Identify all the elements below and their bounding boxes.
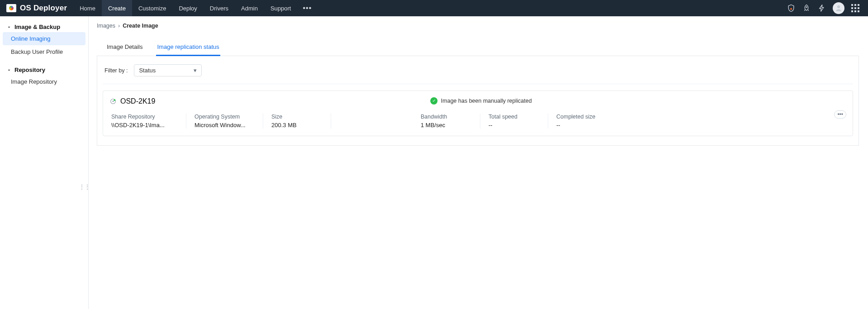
check-circle-icon: [430, 97, 437, 105]
nav-drivers[interactable]: Drivers: [204, 0, 235, 16]
breadcrumb-root[interactable]: Images: [97, 23, 115, 29]
field-label: Share Repository: [111, 114, 178, 120]
main: Images › Create Image Image Details Imag…: [89, 16, 868, 309]
shield-icon[interactable]: [787, 4, 796, 13]
card-actions: •••: [834, 111, 846, 118]
filter-select[interactable]: Status ▾: [134, 64, 202, 76]
sidebar-resize-handle[interactable]: ⋮⋮: [79, 184, 90, 190]
field-value: Microsoft Window...: [194, 122, 255, 128]
replication-name: OSD-2K19: [120, 97, 155, 105]
field-label: Operating System: [194, 114, 255, 120]
disc-icon: [109, 98, 117, 105]
brand-text: OS Deployer: [20, 4, 67, 13]
field-value: --: [489, 122, 540, 128]
avatar[interactable]: [833, 2, 844, 14]
topbar-actions: [782, 2, 864, 14]
filter-label: Filter by :: [104, 67, 128, 74]
brand[interactable]: OS Deployer: [0, 0, 73, 16]
svg-point-4: [113, 101, 114, 102]
nav-customize[interactable]: Customize: [132, 0, 172, 16]
svg-point-2: [837, 5, 840, 8]
tabs: Image Details Image replication status: [97, 39, 859, 56]
chevron-right-icon: ›: [118, 23, 120, 29]
topbar: OS Deployer Home Create Customize Deploy…: [0, 0, 868, 16]
sidebar-head-repository[interactable]: Repository: [3, 65, 85, 75]
field-operating-system: Operating System Microsoft Window...: [186, 114, 263, 128]
nav-more[interactable]: •••: [297, 0, 317, 16]
filter-selected: Status: [139, 67, 156, 74]
app-grid-icon[interactable]: [851, 4, 860, 13]
field-value: \\OSD-2K19-1\Ima...: [111, 122, 178, 128]
tab-image-replication-status[interactable]: Image replication status: [156, 39, 220, 56]
nav-support[interactable]: Support: [264, 0, 298, 16]
svg-point-0: [790, 8, 792, 10]
sidebar-group-image-backup: Image & Backup Online Imaging Backup Use…: [3, 22, 85, 58]
caret-down-icon: ▾: [194, 67, 197, 74]
nav-deploy[interactable]: Deploy: [172, 0, 203, 16]
nav-create[interactable]: Create: [102, 0, 132, 16]
field-value: 200.3 MB: [271, 122, 323, 128]
bolt-icon[interactable]: [817, 4, 826, 13]
card-status: Image has been manually replicated: [430, 97, 532, 105]
svg-point-5: [114, 99, 115, 101]
field-value: --: [556, 122, 608, 128]
replication-fields: Share Repository \\OSD-2K19-1\Ima... Ope…: [109, 114, 846, 128]
chevron-down-icon: [6, 67, 12, 73]
sidebar-item-backup-user-profile[interactable]: Backup User Profile: [3, 45, 85, 58]
tab-image-details[interactable]: Image Details: [106, 39, 143, 56]
chevron-down-icon: [6, 24, 12, 30]
field-completed-size: Completed size --: [548, 114, 616, 128]
svg-point-1: [806, 7, 807, 8]
sidebar-item-online-imaging[interactable]: Online Imaging: [3, 32, 85, 45]
field-label: Bandwidth: [421, 114, 472, 120]
sidebar-group-label: Repository: [14, 67, 45, 73]
field-share-repository: Share Repository \\OSD-2K19-1\Ima...: [109, 114, 186, 128]
sidebar-head-image-backup[interactable]: Image & Backup: [3, 22, 85, 32]
rocket-icon[interactable]: [802, 4, 811, 13]
layout: Image & Backup Online Imaging Backup Use…: [0, 16, 868, 309]
replication-panel: Filter by : Status ▾ OSD-2K19: [97, 56, 859, 146]
breadcrumb-current: Create Image: [123, 23, 158, 29]
breadcrumb: Images › Create Image: [97, 23, 859, 29]
card-title: OSD-2K19: [109, 97, 155, 105]
filter-row: Filter by : Status ▾: [103, 64, 853, 84]
replication-card: OSD-2K19 Image has been manually replica…: [103, 90, 853, 136]
sidebar-item-image-repository[interactable]: Image Repository: [3, 75, 85, 88]
more-icon: •••: [303, 5, 312, 12]
field-label: Total speed: [489, 114, 540, 120]
brand-icon: [6, 4, 16, 12]
sidebar-group-repository: Repository Image Repository: [3, 65, 85, 88]
field-label: Completed size: [556, 114, 608, 120]
field-total-speed: Total speed --: [480, 114, 548, 128]
top-nav: Home Create Customize Deploy Drivers Adm…: [73, 0, 317, 16]
sidebar-group-label: Image & Backup: [14, 24, 60, 30]
card-more-button[interactable]: •••: [834, 110, 846, 119]
field-size: Size 200.3 MB: [263, 114, 331, 128]
field-value: 1 MB/sec: [421, 122, 472, 128]
nav-home[interactable]: Home: [73, 0, 102, 16]
sidebar: Image & Backup Online Imaging Backup Use…: [0, 16, 89, 309]
status-text: Image has been manually replicated: [441, 98, 532, 104]
nav-admin[interactable]: Admin: [235, 0, 264, 16]
field-label: Size: [271, 114, 323, 120]
field-bandwidth: Bandwidth 1 MB/sec: [413, 114, 480, 128]
